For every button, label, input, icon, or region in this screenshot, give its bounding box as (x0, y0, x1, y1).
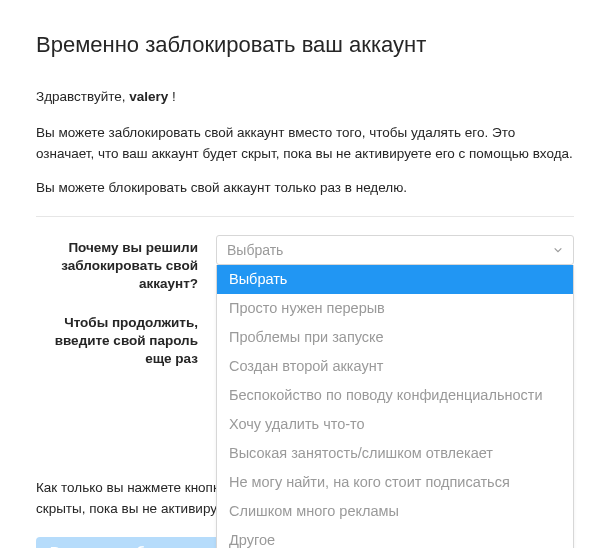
dropdown-option[interactable]: Беспокойство по поводу конфиденциальност… (217, 381, 573, 410)
dropdown-option[interactable]: Не могу найти, на кого стоит подписаться (217, 468, 573, 497)
reason-dropdown: Выбрать Просто нужен перерыв Проблемы пр… (216, 265, 574, 548)
dropdown-option[interactable]: Проблемы при запуске (217, 323, 573, 352)
dropdown-option[interactable]: Хочу удалить что-то (217, 410, 573, 439)
info-paragraph-2: Вы можете блокировать свой аккаунт тольк… (36, 178, 574, 198)
reason-select[interactable]: Выбрать (216, 235, 574, 265)
dropdown-option[interactable]: Другое (217, 526, 573, 548)
reason-label: Почему вы решили заблокировать свой акка… (36, 235, 216, 294)
reason-control: Выбрать Выбрать Просто нужен перерыв Про… (216, 235, 574, 265)
dropdown-option[interactable]: Выбрать (217, 265, 573, 294)
dropdown-option[interactable]: Создан второй аккаунт (217, 352, 573, 381)
dropdown-option[interactable]: Слишком много рекламы (217, 497, 573, 526)
greeting-prefix: Здравствуйте, (36, 89, 129, 104)
greeting-line: Здравствуйте, valery ! (36, 87, 574, 107)
dropdown-option[interactable]: Просто нужен перерыв (217, 294, 573, 323)
username: valery (129, 89, 168, 104)
password-label: Чтобы продолжить, введите свой пароль ещ… (36, 310, 216, 369)
info-paragraph-1: Вы можете заблокировать свой аккаунт вме… (36, 123, 574, 164)
dropdown-option[interactable]: Высокая занятость/слишком отвлекает (217, 439, 573, 468)
reason-select-value: Выбрать (227, 240, 283, 261)
reason-row: Почему вы решили заблокировать свой акка… (36, 235, 574, 294)
page-title: Временно заблокировать ваш аккаунт (36, 28, 574, 61)
divider (36, 216, 574, 217)
greeting-suffix: ! (168, 89, 176, 104)
chevron-down-icon (553, 245, 563, 255)
